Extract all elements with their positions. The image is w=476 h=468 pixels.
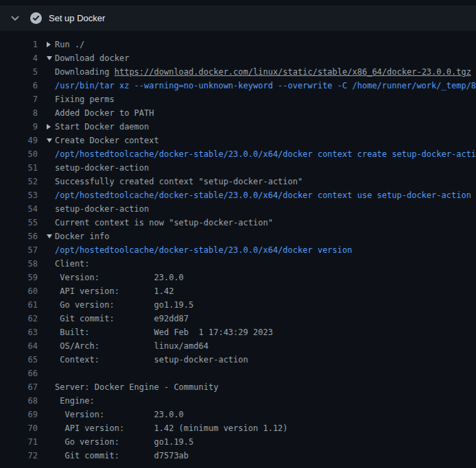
line-number[interactable]: 4 <box>0 53 38 63</box>
log-text: /opt/hostedtoolcache/docker-stable/23.0.… <box>55 190 476 200</box>
plain-text: setup-docker-action <box>55 163 149 173</box>
plain-text: Go version: go1.19.5 <box>55 437 193 447</box>
log-line: 5Downloading https://download.docker.com… <box>0 65 476 79</box>
line-number[interactable]: 52 <box>0 177 38 186</box>
log-text: /opt/hostedtoolcache/docker-stable/23.0.… <box>55 149 476 159</box>
line-number[interactable]: 50 <box>0 149 38 159</box>
chevron-expanded-icon[interactable] <box>47 138 55 143</box>
log-text: Version: 23.0.0 <box>55 273 476 282</box>
line-number[interactable]: 53 <box>0 190 38 200</box>
line-number[interactable]: 68 <box>0 396 38 406</box>
log-text: Create Docker context <box>55 136 476 145</box>
line-number[interactable]: 7 <box>0 95 38 104</box>
step-log-panel: Set up Docker 1Run ./4Download docker5Do… <box>0 5 476 463</box>
log-line: 58Client: <box>0 257 476 271</box>
log-text: Client: <box>55 259 476 269</box>
log-text: Context: setup-docker-action <box>55 355 476 365</box>
log-line: 60 API version: 1.42 <box>0 284 476 298</box>
line-number[interactable]: 8 <box>0 108 38 118</box>
log-text: Docker info <box>55 232 476 241</box>
log-line: 71 Go version: go1.19.5 <box>0 435 476 449</box>
log-line: 59 Version: 23.0.0 <box>0 271 476 284</box>
line-number[interactable]: 49 <box>0 136 38 145</box>
line-number[interactable]: 9 <box>0 122 38 132</box>
step-header[interactable]: Set up Docker <box>0 5 476 31</box>
line-number[interactable]: 60 <box>0 286 38 296</box>
plain-text: API version: 1.42 <box>55 286 174 296</box>
log-line: 6/usr/bin/tar xz --warning=no-unknown-ke… <box>0 79 476 93</box>
log-text: /opt/hostedtoolcache/docker-stable/23.0.… <box>55 245 476 255</box>
log-link[interactable]: https://download.docker.com/linux/static… <box>115 67 471 77</box>
log-group-line[interactable]: 49Create Docker context <box>0 134 476 147</box>
log-line: 64 OS/Arch: linux/amd64 <box>0 339 476 353</box>
log-group-line[interactable]: 1Run ./ <box>0 38 476 51</box>
log-line: 67Server: Docker Engine - Community <box>0 380 476 394</box>
line-number[interactable]: 51 <box>0 163 38 173</box>
log-line: 61 Go version: go1.19.5 <box>0 298 476 312</box>
log-text: API version: 1.42 (minimum version 1.12) <box>55 423 476 433</box>
command-text: /opt/hostedtoolcache/docker-stable/23.0.… <box>55 190 471 200</box>
line-number[interactable]: 56 <box>0 232 38 241</box>
log-line: 65 Context: setup-docker-action <box>0 353 476 367</box>
log-text: API version: 1.42 <box>55 286 476 296</box>
command-text: /opt/hostedtoolcache/docker-stable/23.0.… <box>55 245 352 255</box>
line-number[interactable]: 6 <box>0 81 38 90</box>
chevron-collapsed-icon[interactable] <box>47 42 55 47</box>
log-text: Added Docker to PATH <box>55 108 476 118</box>
line-number[interactable]: 58 <box>0 259 38 269</box>
line-number[interactable]: 70 <box>0 423 38 433</box>
log-line: 69 Version: 23.0.0 <box>0 408 476 421</box>
line-number[interactable]: 1 <box>0 40 38 49</box>
log-text: OS/Arch: linux/amd64 <box>55 341 476 351</box>
log-text: Fixing perms <box>55 95 476 104</box>
log-line: 7Fixing perms <box>0 93 476 106</box>
log-text: Download docker <box>55 53 476 63</box>
line-number[interactable]: 61 <box>0 300 38 310</box>
line-number[interactable]: 65 <box>0 355 38 365</box>
chevron-down-icon[interactable] <box>11 14 19 23</box>
plain-text: setup-docker-action <box>55 204 149 214</box>
line-number[interactable]: 67 <box>0 382 38 392</box>
log-line: 55Current context is now "setup-docker-a… <box>0 216 476 230</box>
chevron-expanded-icon[interactable] <box>47 234 55 238</box>
plain-text: Git commit: d7573ab <box>55 451 189 460</box>
line-number[interactable]: 55 <box>0 218 38 227</box>
plain-text: Successfully created context "setup-dock… <box>55 177 302 186</box>
plain-text: Start Docker daemon <box>55 122 149 132</box>
line-number[interactable]: 5 <box>0 67 38 77</box>
line-number[interactable]: 63 <box>0 328 38 337</box>
log-line: 8Added Docker to PATH <box>0 106 476 120</box>
log-text: Git commit: d7573ab <box>55 451 476 460</box>
step-title: Set up Docker <box>49 13 105 23</box>
line-number[interactable]: 62 <box>0 314 38 323</box>
plain-text: Run ./ <box>55 40 84 49</box>
log-group-line[interactable]: 56Docker info <box>0 230 476 243</box>
line-number[interactable]: 54 <box>0 204 38 214</box>
line-number[interactable]: 69 <box>0 410 38 419</box>
line-number[interactable]: 71 <box>0 437 38 447</box>
chevron-collapsed-icon[interactable] <box>47 124 55 130</box>
plain-text: Git commit: e92dd87 <box>55 314 189 323</box>
plain-text: Create Docker context <box>55 136 159 145</box>
plain-text: Current context is now "setup-docker-act… <box>55 218 273 227</box>
log-group-line[interactable]: 4Download docker <box>0 51 476 65</box>
command-text: /opt/hostedtoolcache/docker-stable/23.0.… <box>55 149 476 159</box>
line-number[interactable]: 72 <box>0 451 38 460</box>
line-number[interactable]: 59 <box>0 273 38 282</box>
log-text: Run ./ <box>55 40 476 49</box>
log-line: 66 <box>0 367 476 380</box>
log-line: 52Successfully created context "setup-do… <box>0 175 476 188</box>
log-line: 50/opt/hostedtoolcache/docker-stable/23.… <box>0 147 476 161</box>
line-number[interactable]: 64 <box>0 341 38 351</box>
plain-text: Download docker <box>55 53 129 63</box>
log-text: Go version: go1.19.5 <box>55 300 476 310</box>
chevron-expanded-icon[interactable] <box>47 56 55 60</box>
log-text: Server: Docker Engine - Community <box>55 382 476 392</box>
log-text: Start Docker daemon <box>55 122 476 132</box>
log-line: 57/opt/hostedtoolcache/docker-stable/23.… <box>0 243 476 257</box>
plain-text: Go version: go1.19.5 <box>55 300 193 310</box>
line-number[interactable]: 66 <box>0 369 38 378</box>
log-group-line[interactable]: 9Start Docker daemon <box>0 120 476 134</box>
log-text: Successfully created context "setup-dock… <box>55 177 476 186</box>
line-number[interactable]: 57 <box>0 245 38 255</box>
